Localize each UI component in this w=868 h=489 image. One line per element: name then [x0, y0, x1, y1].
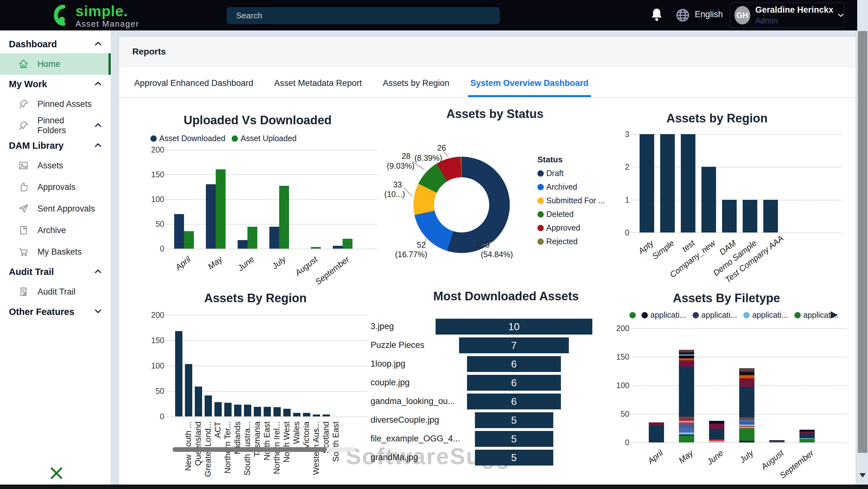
- funnel-bar-3-jpeg[interactable]: 10: [436, 319, 592, 334]
- funnel-bar-diversecouple-jpg[interactable]: 5: [475, 412, 553, 428]
- horizontal-scrollbar[interactable]: [0, 485, 868, 489]
- stack-segment-july[interactable]: [739, 420, 754, 422]
- sidebar-item-pinned-assets[interactable]: Pinned Assets: [0, 93, 111, 115]
- stack-segment-june[interactable]: [709, 429, 724, 439]
- stack-segment-may[interactable]: [679, 418, 694, 421]
- legend-item-draft[interactable]: Draft: [537, 169, 570, 178]
- stack-segment-july[interactable]: [739, 418, 754, 420]
- bar-april-downloaded[interactable]: [174, 214, 184, 249]
- stack-segment-june[interactable]: [709, 441, 724, 442]
- sidebar-section-audit-trail[interactable]: Audit Trail: [0, 263, 111, 281]
- sidebar-item-sent-approvals[interactable]: Sent Approvals: [0, 198, 111, 220]
- legend-item-deleted[interactable]: Deleted: [537, 209, 580, 219]
- sidebar-item-approvals[interactable]: Approvals: [0, 176, 111, 198]
- bar-new-south-[interactable]: [175, 331, 182, 416]
- stack-segment-may[interactable]: [679, 358, 694, 360]
- stack-segment-may[interactable]: [679, 422, 694, 424]
- bar-september-downloaded[interactable]: [333, 246, 343, 249]
- stack-segment-may[interactable]: [679, 435, 694, 443]
- bar-may-uploaded[interactable]: [216, 169, 225, 249]
- bar-july-uploaded[interactable]: [279, 186, 289, 249]
- legend-item-approved[interactable]: Approved: [537, 223, 587, 232]
- stack-segment-june[interactable]: [709, 421, 724, 424]
- stack-segment-july[interactable]: [739, 387, 754, 417]
- stack-segment-may[interactable]: [679, 424, 694, 427]
- bar-act[interactable]: [205, 395, 212, 416]
- vertical-scrollbar[interactable]: [857, 0, 868, 485]
- stack-segment-july[interactable]: [739, 427, 754, 428]
- tab-approval-enhanced-dashboard[interactable]: Approval Enhanced Dashboard: [132, 78, 256, 97]
- close-icon[interactable]: [48, 465, 65, 481]
- stack-segment-july[interactable]: [739, 426, 754, 427]
- stack-segment-may[interactable]: [679, 427, 694, 432]
- funnel-bar-gandma-looking-ou-[interactable]: 6: [467, 394, 561, 410]
- vertical-scrollbar-thumb[interactable]: [858, 31, 867, 453]
- bar-dam[interactable]: [722, 200, 737, 232]
- bar-queensland[interactable]: [185, 364, 192, 416]
- stack-segment-july[interactable]: [739, 378, 754, 387]
- stack-segment-june[interactable]: [709, 442, 724, 443]
- stack-segment-september[interactable]: [800, 430, 815, 431]
- legend-item-rejected[interactable]: Rejected: [537, 237, 584, 246]
- user-menu[interactable]: GH Geraldine Herinckx Admin: [730, 3, 844, 28]
- bar-victoria[interactable]: [293, 413, 301, 416]
- stack-segment-september[interactable]: [800, 438, 815, 439]
- legend-item-archived[interactable]: Archived: [537, 182, 583, 192]
- sidebar-section-my-work[interactable]: My Work: [0, 75, 111, 93]
- bar-june-downloaded[interactable]: [238, 240, 247, 249]
- bar-demo-sample[interactable]: [743, 200, 757, 232]
- stack-segment-may[interactable]: [679, 367, 694, 417]
- bar-northern-irel-[interactable]: [264, 407, 271, 416]
- stack-segment-july[interactable]: [739, 422, 754, 425]
- stack-segment-july[interactable]: [739, 441, 754, 443]
- funnel-bar-file-example-ogg-4-[interactable]: 5: [475, 431, 553, 447]
- bar-wales[interactable]: [283, 409, 290, 416]
- bar-july-downloaded[interactable]: [269, 227, 279, 249]
- bar-tasmania[interactable]: [244, 405, 251, 416]
- bar-western-aus-[interactable]: [303, 413, 310, 416]
- stack-segment-july[interactable]: [739, 368, 754, 372]
- scroll-down-arrow-icon[interactable]: [860, 473, 866, 478]
- stack-segment-june[interactable]: [709, 439, 724, 441]
- legend-item-submitted-for-[interactable]: Submitted For ...: [537, 196, 611, 205]
- bar-test-company-aaa[interactable]: [763, 200, 778, 232]
- sidebar-item-pinned-folders[interactable]: Pinned Folders: [0, 115, 111, 136]
- language-globe-icon[interactable]: [675, 8, 690, 23]
- stack-segment-july[interactable]: [739, 428, 754, 441]
- funnel-bar-1loop-jpg[interactable]: 6: [467, 356, 561, 372]
- bar-scotland[interactable]: [313, 415, 320, 416]
- legend-label[interactable]: Asset Uploaded: [241, 134, 297, 143]
- sidebar-item-my-baskets[interactable]: My Baskets: [0, 241, 111, 263]
- bar-august-uploaded[interactable]: [311, 247, 321, 249]
- legend-next-arrow-icon[interactable]: ▶: [831, 308, 838, 320]
- stack-segment-may[interactable]: [679, 352, 694, 355]
- stack-segment-july[interactable]: [739, 372, 754, 373]
- tab-asset-metadata-report[interactable]: Asset Metadata Report: [272, 78, 364, 97]
- sidebar-section-dashboard[interactable]: Dashboard: [0, 35, 111, 53]
- funnel-bar-grandma-jpg[interactable]: 5: [475, 450, 553, 465]
- stack-segment-september[interactable]: [800, 432, 815, 434]
- legend-label[interactable]: applicati...: [702, 311, 737, 320]
- stack-segment-june[interactable]: [709, 424, 724, 429]
- stack-segment-may[interactable]: [679, 355, 694, 356]
- stack-segment-may[interactable]: [679, 356, 694, 358]
- bar-may-downloaded[interactable]: [206, 184, 216, 249]
- stack-segment-september[interactable]: [800, 434, 815, 438]
- stack-segment-april[interactable]: [649, 425, 664, 443]
- bar-april-uploaded[interactable]: [184, 231, 194, 249]
- stack-segment-july[interactable]: [739, 375, 754, 379]
- bar-test[interactable]: [681, 134, 695, 232]
- bar-north-east[interactable]: [254, 407, 261, 416]
- stack-segment-may[interactable]: [679, 432, 694, 434]
- notifications-bell-icon[interactable]: [649, 7, 664, 24]
- stack-segment-august[interactable]: [769, 442, 784, 443]
- bar-september-uploaded[interactable]: [343, 239, 352, 249]
- stack-segment-may[interactable]: [679, 421, 694, 422]
- bar-midlands[interactable]: [224, 403, 231, 416]
- sidebar-section-other-features[interactable]: Other Features: [0, 302, 111, 321]
- bar-north-west[interactable]: [274, 407, 281, 416]
- bar-south-austra-[interactable]: [234, 405, 241, 416]
- funnel-bar-couple-jpg[interactable]: 6: [467, 375, 561, 391]
- stack-segment-august[interactable]: [769, 441, 784, 442]
- chart-hscrollbar[interactable]: [173, 447, 355, 452]
